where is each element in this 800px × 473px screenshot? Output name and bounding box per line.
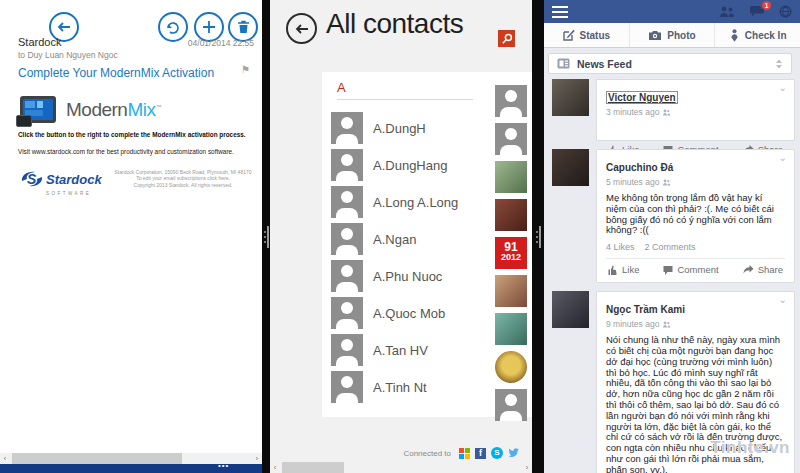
scroll-right-arrow[interactable]: › — [252, 453, 262, 464]
avatar-coin-photo[interactable] — [495, 351, 527, 383]
chevron-down-icon[interactable]: ⌄ — [779, 82, 787, 93]
contact-name: A.Tan HV — [373, 343, 428, 358]
comments-count[interactable]: 2 Comments — [645, 242, 696, 252]
contact-row[interactable]: A.Phu Nuoc — [331, 260, 521, 292]
news-feed: News Feed ⌄ Victor Nguyen 3 minutes ago … — [544, 48, 800, 473]
trademark: ™ — [155, 103, 161, 109]
tab-status[interactable]: Status — [544, 23, 629, 47]
avatar-photo[interactable] — [495, 199, 527, 231]
facebook-icon[interactable]: f — [475, 448, 486, 459]
flag-icon[interactable]: ⚑ — [241, 64, 250, 75]
more-icon[interactable]: ••• — [218, 461, 229, 470]
avatar-placeholder[interactable] — [495, 85, 527, 117]
facebook-header: 1 — [544, 0, 800, 23]
avatar[interactable] — [552, 79, 589, 116]
microsoft-icon[interactable] — [459, 448, 470, 459]
avatar-placeholder — [331, 334, 363, 366]
connected-accounts: Connected to f S — [270, 446, 520, 460]
tab-check-in[interactable]: Check In — [714, 23, 800, 47]
post-timestamp: 3 minutes ago — [606, 107, 659, 117]
mail-respond-button[interactable] — [158, 12, 188, 42]
facebook-app-pane: 1 Status Photo Check In — [544, 0, 800, 473]
avatar-calendar-photo[interactable]: 91 2012 — [495, 237, 527, 269]
like-button[interactable]: Like — [608, 264, 639, 275]
avatar-photo[interactable] — [495, 275, 527, 307]
respond-icon — [165, 19, 181, 35]
audience-friends-icon — [662, 321, 671, 328]
menu-icon[interactable] — [552, 6, 568, 18]
stardock-logo: S Stardock SOFTWARE — [20, 168, 120, 196]
twitter-icon[interactable] — [508, 447, 520, 459]
avatar-placeholder[interactable] — [495, 123, 527, 155]
people-back-button[interactable] — [286, 13, 317, 44]
share-icon — [743, 265, 754, 274]
contact-row[interactable]: A.Ngan — [331, 223, 521, 255]
tab-photo[interactable]: Photo — [629, 23, 715, 47]
post-card: ⌄ Capuchino Đá 5 minutes ago Mẹ không tô… — [596, 149, 795, 283]
snap-divider-gripper[interactable] — [262, 224, 270, 250]
avatar-placeholder — [331, 371, 363, 403]
avatar[interactable] — [552, 149, 589, 186]
contact-row[interactable]: A.Long A.Long — [331, 186, 521, 218]
comment-button[interactable]: Comment — [663, 264, 718, 275]
contact-row[interactable]: A.Tinh Nt — [331, 371, 521, 403]
arrow-left-icon — [294, 22, 310, 36]
contact-row[interactable]: A.DungHang — [331, 149, 521, 181]
post-timestamp: 5 minutes ago — [606, 177, 659, 187]
messages-icon[interactable]: 1 — [749, 5, 765, 18]
notification-badge: 1 — [762, 1, 771, 10]
avatar-photo[interactable] — [495, 313, 527, 345]
page-title: All contacts — [326, 8, 463, 40]
contact-name: A.DungHang — [373, 158, 447, 173]
chevron-down-icon[interactable]: ⌄ — [779, 294, 787, 305]
avatar-placeholder — [331, 149, 363, 181]
skype-icon[interactable]: S — [491, 447, 503, 459]
contact-name: A.Ngan — [373, 232, 416, 247]
audience-friends-icon — [662, 109, 671, 116]
snapped-apps-screen: Stardock to Duy Luan Nguyen Ngoc 04/01/2… — [0, 0, 800, 473]
mail-timestamp: 04/01/2014 22:55 — [188, 38, 254, 48]
scroll-left-arrow[interactable]: ‹ — [0, 453, 10, 464]
contact-row[interactable]: A.Quoc Mob — [331, 297, 521, 329]
friend-requests-icon[interactable] — [719, 6, 735, 18]
tab-label: Status — [580, 30, 611, 41]
stardock-name: Stardock — [46, 172, 102, 187]
post-author-link[interactable]: Victor Nguyen — [606, 91, 678, 104]
avatar-placeholder — [331, 223, 363, 255]
contact-row[interactable]: A.DungH — [331, 112, 521, 144]
scrollbar-track — [10, 453, 252, 464]
post-text: Mẹ không tôn trọng lắm đồ vật hay kí niệ… — [606, 193, 785, 236]
section-rule — [337, 99, 473, 100]
search-button[interactable] — [498, 30, 515, 47]
snap-divider-gripper[interactable] — [534, 224, 542, 250]
scroll-right-arrow[interactable]: › — [522, 462, 532, 473]
modernmix-logo: ModernMix™ — [20, 96, 161, 123]
mail-app-bar: ••• — [0, 464, 262, 473]
stardock-subtitle: SOFTWARE — [46, 191, 120, 196]
scrollbar-thumb[interactable] — [282, 462, 344, 473]
chevron-down-icon[interactable]: ⌄ — [779, 152, 787, 163]
audience-friends-icon — [662, 179, 671, 186]
mail-subject: Complete Your ModernMix Activation — [18, 66, 214, 80]
scrollbar-thumb[interactable] — [12, 453, 182, 464]
post-author-link[interactable]: Capuchino Đá — [606, 162, 673, 173]
avatar-photo[interactable] — [495, 161, 527, 193]
post-card: ⌄ Victor Nguyen 3 minutes ago Like Comme… — [596, 79, 795, 141]
contact-row[interactable]: A.Tan HV — [331, 334, 521, 366]
avatar[interactable] — [552, 291, 589, 328]
post-author-link[interactable]: Ngọc Trầm Kami — [606, 304, 685, 315]
scroll-left-arrow[interactable]: ‹ — [270, 462, 280, 473]
sort-selector-icon[interactable] — [775, 59, 783, 69]
notifications-globe-icon[interactable] — [779, 5, 792, 18]
composer-tabs: Status Photo Check In — [544, 23, 800, 48]
check-in-pin-icon — [729, 29, 740, 42]
snap-divider-left — [262, 0, 270, 473]
feed-selector[interactable]: News Feed — [548, 53, 792, 74]
contacts-second-column: 91 2012 — [495, 85, 527, 427]
tinhte-watermark: Tinhte.vn — [710, 438, 790, 458]
avatar-placeholder[interactable] — [495, 389, 527, 421]
snap-divider-right — [532, 0, 544, 473]
people-app-pane: All contacts A A.DungH A.DungHang A.Long… — [270, 0, 532, 473]
share-button[interactable]: Share — [743, 264, 783, 275]
likes-count[interactable]: 4 Likes — [606, 242, 635, 252]
